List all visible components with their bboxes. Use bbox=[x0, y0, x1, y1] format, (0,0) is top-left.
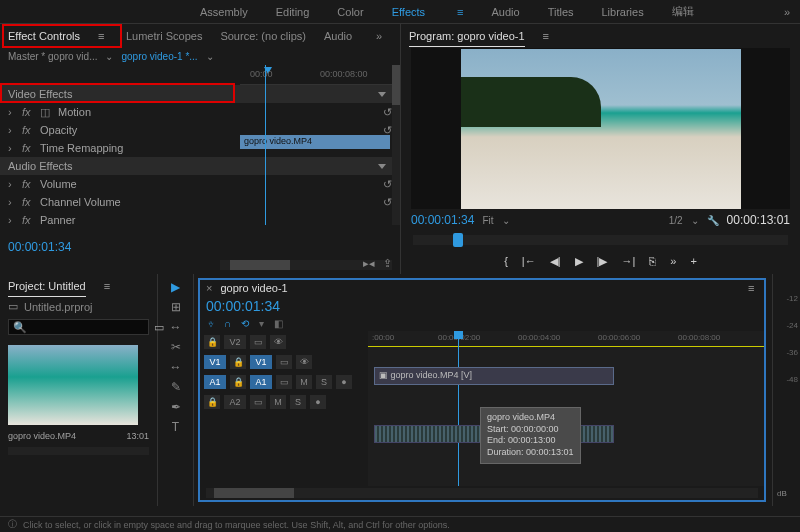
snap-icon[interactable]: ⎀ bbox=[208, 318, 214, 329]
panel-overflow-icon[interactable]: » bbox=[376, 30, 382, 42]
hand-tool[interactable]: ✒ bbox=[171, 400, 181, 414]
effect-motion[interactable]: › fx ◫ Motion ↺ bbox=[0, 103, 400, 121]
step-back-button[interactable]: ◀| bbox=[550, 255, 561, 268]
source-a1-button[interactable]: A1 bbox=[204, 375, 226, 389]
slip-tool[interactable]: ↔ bbox=[170, 360, 182, 374]
fit-dropdown[interactable]: Fit bbox=[482, 215, 493, 226]
go-to-out-button[interactable]: →| bbox=[621, 255, 635, 268]
mark-in-button[interactable]: { bbox=[504, 255, 508, 268]
track-v2-target[interactable]: V2 bbox=[224, 335, 246, 349]
tab-lumetri-scopes[interactable]: Lumetri Scopes bbox=[126, 26, 202, 46]
tab-cn-edit[interactable]: 编辑 bbox=[672, 4, 694, 19]
effect-timecode[interactable]: 00:00:01:34 bbox=[0, 234, 400, 260]
effects-menu-icon[interactable]: ≡ bbox=[457, 6, 463, 18]
track-v1-target[interactable]: V1 bbox=[250, 355, 272, 369]
tab-libraries[interactable]: Libraries bbox=[602, 6, 644, 18]
solo-button[interactable]: S bbox=[316, 375, 332, 389]
eye-icon[interactable]: 👁 bbox=[270, 335, 286, 349]
timeline-ruler[interactable]: :00:00 00:00:02:00 00:00:04:00 00:00:06:… bbox=[368, 331, 764, 347]
tab-project[interactable]: Project: Untitled bbox=[8, 276, 86, 297]
play-button[interactable]: ▶ bbox=[575, 255, 583, 268]
settings-icon[interactable]: ▾ bbox=[259, 318, 264, 329]
panel-menu-icon[interactable]: ≡ bbox=[748, 282, 758, 294]
step-forward-button[interactable]: |▶ bbox=[597, 255, 608, 268]
tab-editing[interactable]: Editing bbox=[276, 6, 310, 18]
linked-selection-icon[interactable]: ∩ bbox=[224, 318, 231, 329]
export-frame-button[interactable]: ⎘ bbox=[649, 255, 656, 268]
eye-icon[interactable]: 👁 bbox=[296, 355, 312, 369]
tab-effects[interactable]: Effects bbox=[392, 6, 425, 18]
source-v1-button[interactable]: V1 bbox=[204, 355, 226, 369]
resolution-dropdown[interactable]: 1/2 bbox=[669, 215, 683, 226]
program-scrubber[interactable] bbox=[413, 235, 788, 245]
tab-color[interactable]: Color bbox=[337, 6, 363, 18]
close-icon[interactable]: × bbox=[206, 282, 212, 294]
panel-menu-icon[interactable]: ≡ bbox=[98, 30, 108, 42]
button-editor-icon[interactable]: + bbox=[690, 255, 696, 268]
effect-channel-volume[interactable]: › fx Channel Volume ↺ bbox=[0, 193, 400, 211]
type-tool[interactable]: T bbox=[172, 420, 179, 434]
playhead-marker[interactable] bbox=[453, 233, 463, 247]
voice-over-icon[interactable]: ● bbox=[310, 395, 326, 409]
export-frame-icon[interactable]: ⇪ bbox=[383, 257, 392, 270]
settings-icon[interactable]: 🔧 bbox=[707, 215, 719, 226]
solo-button[interactable]: S bbox=[290, 395, 306, 409]
tab-assembly[interactable]: Assembly bbox=[200, 6, 248, 18]
tab-titles[interactable]: Titles bbox=[548, 6, 574, 18]
search-field[interactable] bbox=[27, 322, 154, 333]
effect-timeline-ruler[interactable]: 00:00 00:00:08:00 bbox=[240, 65, 400, 85]
workspace-overflow-icon[interactable]: » bbox=[784, 6, 790, 18]
tab-source[interactable]: Source: (no clips) bbox=[220, 26, 306, 46]
sequence-clip-dropdown[interactable]: gopro video-1 *... bbox=[121, 51, 197, 62]
work-area-bar[interactable] bbox=[368, 346, 764, 347]
toggle-output-button[interactable]: ▭ bbox=[276, 375, 292, 389]
mute-button[interactable]: M bbox=[296, 375, 312, 389]
master-clip-dropdown[interactable]: Master * gopro vid... bbox=[8, 51, 97, 62]
lock-track-button[interactable]: 🔒 bbox=[230, 355, 246, 369]
track-a2-target[interactable]: A2 bbox=[224, 395, 246, 409]
timeline-zoom-scrollbar[interactable] bbox=[206, 488, 758, 498]
reset-icon[interactable]: ↺ bbox=[383, 196, 392, 209]
panel-menu-icon[interactable]: ≡ bbox=[543, 30, 553, 42]
pen-tool[interactable]: ✎ bbox=[171, 380, 181, 394]
track-a1-target[interactable]: A1 bbox=[250, 375, 272, 389]
clip-thumbnail[interactable] bbox=[8, 345, 138, 425]
sequence-tab[interactable]: gopro video-1 bbox=[220, 282, 287, 294]
razor-tool[interactable]: ✂ bbox=[171, 340, 181, 354]
project-scrollbar[interactable] bbox=[8, 447, 149, 455]
panel-menu-icon[interactable]: ≡ bbox=[104, 280, 114, 292]
transport-overflow-icon[interactable]: » bbox=[670, 255, 676, 268]
tab-effect-controls[interactable]: Effect Controls bbox=[8, 26, 80, 47]
effect-panner[interactable]: › fx Panner bbox=[0, 211, 400, 229]
video-effects-header[interactable]: Video Effects bbox=[0, 85, 400, 103]
lock-track-button[interactable]: 🔒 bbox=[204, 395, 220, 409]
effect-volume[interactable]: › fx Volume ↺ bbox=[0, 175, 400, 193]
program-viewport[interactable] bbox=[411, 48, 790, 209]
marker-icon[interactable]: ⟲ bbox=[241, 318, 249, 329]
timeline-tracks[interactable]: :00:00 00:00:02:00 00:00:04:00 00:00:06:… bbox=[368, 331, 764, 486]
reset-icon[interactable]: ↺ bbox=[383, 178, 392, 191]
voice-over-icon[interactable]: ● bbox=[336, 375, 352, 389]
sequence-timecode[interactable]: 00:00:01:34 bbox=[200, 296, 764, 316]
wrench-icon[interactable]: ◧ bbox=[274, 318, 283, 329]
toggle-output-button[interactable]: ▭ bbox=[250, 335, 266, 349]
ripple-edit-tool[interactable]: ↔ bbox=[170, 320, 182, 334]
effect-scrollbar[interactable] bbox=[392, 65, 400, 225]
project-search-input[interactable]: 🔍 ▭ bbox=[8, 319, 149, 335]
reset-icon[interactable]: ↺ bbox=[383, 106, 392, 119]
selection-tool[interactable]: ▶ bbox=[171, 280, 180, 294]
mute-button[interactable]: M bbox=[270, 395, 286, 409]
toggle-output-button[interactable]: ▭ bbox=[276, 355, 292, 369]
tab-audio-mixer[interactable]: Audio bbox=[324, 26, 352, 46]
tab-audio[interactable]: Audio bbox=[491, 6, 519, 18]
audio-effects-header[interactable]: Audio Effects bbox=[0, 157, 400, 175]
toggle-output-button[interactable]: ▭ bbox=[250, 395, 266, 409]
lock-track-button[interactable]: 🔒 bbox=[204, 335, 220, 349]
step-icon[interactable]: ▸◂ bbox=[363, 257, 375, 270]
go-to-in-button[interactable]: |← bbox=[522, 255, 536, 268]
program-timecode[interactable]: 00:00:01:34 bbox=[411, 213, 474, 227]
video-clip[interactable]: ▣ gopro video.MP4 [V] bbox=[374, 367, 614, 385]
track-select-tool[interactable]: ⊞ bbox=[171, 300, 181, 314]
lock-track-button[interactable]: 🔒 bbox=[230, 375, 246, 389]
tab-program[interactable]: Program: gopro video-1 bbox=[409, 26, 525, 47]
